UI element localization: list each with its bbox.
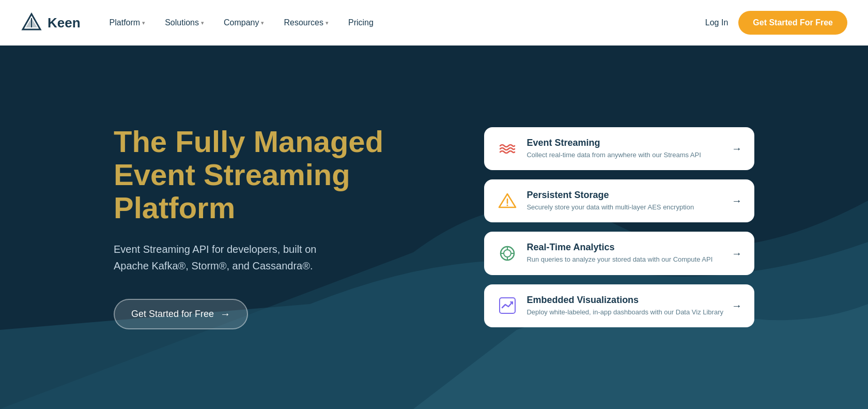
persistent-storage-icon [497, 190, 518, 212]
nav-resources[interactable]: Resources ▾ [275, 14, 336, 32]
feature-text-event-streaming: Event Streaming Collect real-time data f… [526, 138, 723, 160]
feature-text-embedded-visualizations: Embedded Visualizations Deploy white-lab… [526, 295, 723, 317]
arrow-icon: → [220, 308, 230, 320]
feature-card-embedded-visualizations[interactable]: Embedded Visualizations Deploy white-lab… [484, 284, 754, 327]
svg-point-5 [507, 204, 508, 206]
feature-card-event-streaming[interactable]: Event Streaming Collect real-time data f… [484, 127, 754, 170]
arrow-icon: → [732, 248, 742, 260]
nav-solutions[interactable]: Solutions ▾ [157, 14, 212, 32]
arrow-icon: → [732, 300, 742, 312]
chevron-down-icon: ▾ [142, 20, 145, 26]
real-time-analytics-icon [497, 243, 518, 264]
arrow-icon: → [732, 195, 742, 207]
feature-text-persistent-storage: Persistent Storage Securely store your d… [526, 190, 723, 212]
nav-platform[interactable]: Platform ▾ [101, 14, 154, 32]
feature-text-real-time-analytics: Real-Time Analytics Run queries to analy… [526, 242, 723, 264]
navbar: Keen Platform ▾ Solutions ▾ Company ▾ Re… [0, 0, 868, 46]
hero-section: The Fully Managed Event Streaming Platfo… [0, 46, 868, 409]
nav-right: Log In Get Started For Free [705, 11, 847, 35]
hero-title: The Fully Managed Event Streaming Platfo… [114, 125, 424, 224]
nav-links: Platform ▾ Solutions ▾ Company ▾ Resourc… [101, 14, 705, 32]
chevron-down-icon: ▾ [201, 20, 204, 26]
svg-point-7 [504, 250, 511, 257]
feature-card-real-time-analytics[interactable]: Real-Time Analytics Run queries to analy… [484, 232, 754, 275]
event-streaming-icon [497, 138, 518, 160]
hero-left: The Fully Managed Event Streaming Platfo… [114, 125, 424, 329]
nav-company[interactable]: Company ▾ [215, 14, 272, 32]
chevron-down-icon: ▾ [326, 20, 329, 26]
nav-pricing[interactable]: Pricing [340, 14, 382, 32]
chevron-down-icon: ▾ [261, 20, 264, 26]
hero-subtitle: Event Streaming API for developers, buil… [114, 241, 341, 274]
hero-content: The Fully Managed Event Streaming Platfo… [72, 94, 796, 360]
arrow-icon: → [732, 143, 742, 155]
feature-cards: Event Streaming Collect real-time data f… [484, 127, 754, 327]
nav-cta-button[interactable]: Get Started For Free [738, 11, 847, 35]
logo-link[interactable]: Keen [21, 12, 81, 34]
hero-cta-button[interactable]: Get Started for Free → [114, 299, 248, 329]
feature-card-persistent-storage[interactable]: Persistent Storage Securely store your d… [484, 179, 754, 222]
embedded-visualizations-icon [497, 295, 518, 316]
logo-text: Keen [48, 15, 81, 31]
logo-icon [21, 12, 42, 34]
login-button[interactable]: Log In [705, 18, 728, 27]
